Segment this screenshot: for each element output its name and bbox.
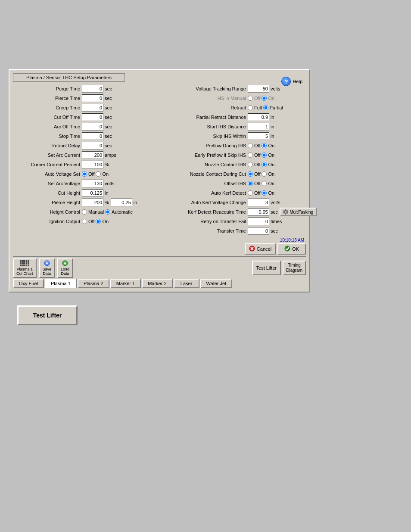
arc-off-time-unit: sec: [105, 124, 112, 129]
tab-marker1[interactable]: Marker 1: [110, 279, 141, 288]
set-arc-voltage-unit: volts: [105, 181, 115, 186]
set-arc-current-input[interactable]: [82, 151, 103, 159]
multitasking-button[interactable]: MultiTasking: [280, 208, 317, 216]
set-arc-current-unit: amps: [105, 152, 116, 158]
pierce-time-row: Pierce Time sec: [13, 94, 157, 103]
early-preflow-on-label: On: [268, 152, 274, 158]
save-data-button[interactable]: SaveData: [39, 258, 55, 278]
preflow-ihs-off-radio[interactable]: [248, 143, 253, 148]
nozzle-ihs-on-label: On: [268, 162, 274, 167]
purge-time-label: Purge Time: [13, 86, 82, 91]
creep-time-input[interactable]: [82, 104, 103, 112]
height-control-radios: Manual Automatic: [82, 209, 133, 215]
tab-oxy-fuel[interactable]: Oxy Fuel: [13, 279, 44, 288]
early-preflow-on-radio[interactable]: [262, 152, 267, 158]
retry-transfer-input[interactable]: [248, 218, 269, 225]
auto-kerf-off-radio[interactable]: [248, 190, 253, 196]
ok-button[interactable]: OK: [277, 243, 306, 255]
nozzle-contact-ihs-row: Nozzle Contact IHS Off On: [162, 160, 306, 169]
load-icon: [61, 260, 69, 266]
offset-ihs-off-radio[interactable]: [248, 181, 253, 186]
ihs-manual-on-radio[interactable]: [262, 96, 267, 101]
skip-ihs-row: Skip IHS Within in: [162, 132, 306, 140]
cut-height-row: Cut Height in: [13, 189, 157, 197]
start-ihs-distance-label: Start IHS Distance: [162, 124, 248, 129]
tab-marker2[interactable]: Marker 2: [142, 279, 172, 288]
partial-retract-input[interactable]: [248, 113, 269, 121]
start-ihs-distance-input[interactable]: [248, 123, 269, 131]
gear-icon: [283, 209, 288, 215]
transfer-time-unit: sec: [271, 228, 278, 233]
preflow-ihs-on-radio[interactable]: [262, 143, 267, 148]
retract-partial-label: Partial: [270, 105, 283, 110]
dialog-box: Plasma / Sensor THC Setup Parameters ? H…: [9, 69, 310, 292]
timing-diagram-button[interactable]: TimingDiagram: [283, 261, 306, 275]
height-control-label: Height Control: [13, 209, 82, 215]
test-lifter-standalone-button[interactable]: Test Lifter: [17, 305, 78, 325]
auto-kerf-on-label: On: [268, 190, 274, 196]
help-icon: ?: [281, 77, 291, 86]
retract-full-radio[interactable]: [248, 105, 253, 110]
nozzle-ihs-off-radio[interactable]: [248, 162, 253, 167]
transfer-time-input[interactable]: [248, 227, 269, 235]
corner-current-input[interactable]: [82, 161, 103, 168]
early-preflow-off-radio[interactable]: [248, 152, 253, 158]
auto-voltage-set-row: Auto Voltage Set Off On: [13, 170, 157, 178]
kerf-voltage-row: Auto Kerf Voltage Change volts: [162, 198, 306, 207]
auto-kerf-detect-row: Auto Kerf Detect Off On: [162, 189, 306, 197]
early-preflow-label: Early Preflow if Skip IHS: [162, 152, 248, 158]
ihs-manual-row: IHS in Manual Off On: [162, 94, 306, 103]
kerf-voltage-input[interactable]: [248, 199, 269, 206]
transfer-time-label: Transfer Time: [162, 228, 248, 233]
kerf-reacquire-input[interactable]: [248, 208, 269, 216]
retract-full-label: Full: [254, 105, 262, 110]
voltage-tracking-input[interactable]: [248, 85, 269, 93]
cut-off-time-input[interactable]: [82, 113, 103, 121]
ignition-on-radio[interactable]: [96, 219, 101, 224]
retract-partial-radio[interactable]: [263, 105, 268, 110]
set-arc-voltage-input[interactable]: [82, 180, 103, 187]
height-control-auto-radio[interactable]: [105, 209, 110, 215]
corner-current-label: Corner Current Percent: [13, 162, 82, 167]
arc-off-time-input[interactable]: [82, 123, 103, 131]
pierce-height-pct-input[interactable]: [82, 199, 103, 206]
cut-height-input[interactable]: [82, 189, 103, 197]
nozzle-ihs-on-radio[interactable]: [262, 162, 267, 167]
nozzle-cut-on-radio[interactable]: [262, 171, 267, 177]
auto-voltage-on-radio[interactable]: [96, 171, 101, 177]
offset-ihs-on-label: On: [268, 181, 274, 186]
help-button[interactable]: ? Help: [281, 77, 302, 86]
cancel-button[interactable]: Cancel: [245, 243, 276, 255]
pierce-height-in-input[interactable]: [111, 199, 132, 206]
tab-water-jet[interactable]: Water Jet: [200, 279, 233, 288]
skip-ihs-input[interactable]: [248, 132, 269, 140]
timestamp: 10:10:13 AM: [280, 238, 306, 243]
auto-voltage-off-radio[interactable]: [82, 171, 87, 177]
tab-plasma2[interactable]: Plasma 2: [78, 279, 109, 288]
pierce-time-input[interactable]: [82, 94, 103, 102]
cut-off-time-unit: sec: [105, 115, 112, 120]
cut-off-time-label: Cut Off Time: [13, 115, 82, 120]
load-data-button[interactable]: LoadData: [57, 258, 73, 278]
offset-ihs-on-radio[interactable]: [262, 181, 267, 186]
ihs-manual-radios: Off On: [248, 96, 274, 101]
cut-height-label: Cut Height: [13, 190, 82, 196]
height-control-auto-label: Automatic: [112, 209, 133, 215]
stop-time-input[interactable]: [82, 132, 103, 140]
tab-plasma1[interactable]: Plasma 1: [45, 279, 77, 288]
plasma1-cut-chart-button[interactable]: Plasma 1Cut Chart: [13, 258, 37, 278]
nozzle-cut-off-radio[interactable]: [248, 171, 253, 177]
tab-laser[interactable]: Laser: [174, 279, 199, 288]
nozzle-contact-ihs-radios: Off On: [248, 162, 274, 167]
height-control-manual-radio[interactable]: [82, 209, 87, 215]
retract-delay-input[interactable]: [82, 142, 103, 149]
ignition-off-radio[interactable]: [82, 219, 87, 224]
nozzle-contact-cut-radios: Off On: [248, 171, 274, 177]
kerf-reacquire-label: Kerf Detect Reacquire Time: [162, 209, 248, 215]
test-lifter-button[interactable]: Test Lifter: [252, 261, 281, 275]
ihs-manual-off-radio[interactable]: [248, 96, 253, 101]
partial-retract-unit: in: [271, 115, 274, 120]
auto-kerf-on-radio[interactable]: [262, 190, 267, 196]
purge-time-input[interactable]: [82, 85, 103, 93]
retry-transfer-unit: times: [271, 219, 282, 224]
